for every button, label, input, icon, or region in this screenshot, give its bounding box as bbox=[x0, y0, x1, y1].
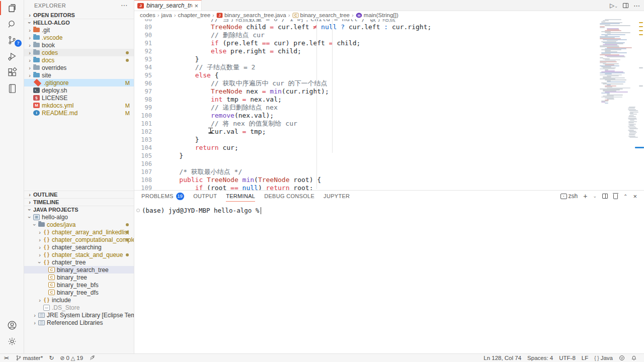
activity-account[interactable] bbox=[0, 317, 24, 333]
split-terminal-icon[interactable] bbox=[602, 194, 608, 199]
breadcrumb-codes[interactable]: codes bbox=[140, 12, 155, 18]
eol-item[interactable]: LF bbox=[579, 355, 591, 361]
minimap[interactable] bbox=[599, 19, 637, 190]
close-tab-icon[interactable]: × bbox=[194, 2, 198, 10]
code-line-104[interactable]: 104 return cur; bbox=[134, 144, 597, 152]
jp-item-chapter-searching[interactable]: ›{ }chapter_searching bbox=[24, 243, 134, 251]
feedback-item[interactable] bbox=[616, 355, 628, 361]
code-line-91[interactable]: 91 if (pre.left == cur) pre.left = child… bbox=[134, 39, 597, 47]
code-line-96[interactable]: 96 // 获取中序遍历中 cur 的下一个结点 bbox=[134, 79, 597, 87]
tree-item-deploy-sh[interactable]: ›_deploy.sh bbox=[24, 86, 134, 94]
activity-run-and-debug[interactable] bbox=[0, 48, 24, 64]
overview-ruler[interactable] bbox=[638, 19, 644, 190]
section-timeline[interactable]: ›TIMELINE bbox=[24, 198, 134, 206]
jp-item-hello-algo[interactable]: ›▦hello-algo bbox=[24, 213, 134, 221]
panel-tab-debug-console[interactable]: DEBUG CONSOLE bbox=[264, 191, 314, 202]
close-panel-icon[interactable]: × bbox=[633, 193, 637, 200]
code-line-99[interactable]: 99 // 递归删除结点 nex bbox=[134, 104, 597, 112]
tree-item-overrides[interactable]: ›overrides bbox=[24, 64, 134, 71]
language-mode-item[interactable]: { } Java bbox=[591, 355, 616, 361]
activity-settings[interactable] bbox=[0, 333, 24, 349]
encoding-item[interactable]: UTF-8 bbox=[556, 355, 579, 361]
section-outline[interactable]: ›OUTLINE bbox=[24, 191, 134, 198]
code-line-89[interactable]: 89 TreeNode child = cur.left ≠ null ? cu… bbox=[134, 23, 597, 31]
remote-indicator[interactable]: >< bbox=[0, 354, 13, 362]
terminal-prompt[interactable]: (base) jyd@JYD-MBP hello-algo % bbox=[142, 207, 261, 214]
activity-source-control[interactable]: 7 bbox=[0, 32, 24, 48]
activity-explorer[interactable] bbox=[0, 0, 24, 16]
activity-extensions[interactable] bbox=[0, 64, 24, 80]
breadcrumb-java[interactable]: java bbox=[162, 12, 172, 18]
new-terminal-icon[interactable]: + bbox=[583, 192, 587, 200]
workspace-root[interactable]: › HELLO-ALGO bbox=[24, 19, 134, 26]
tree-item-codes[interactable]: ›codes bbox=[24, 49, 134, 56]
jp-item-chapter-stack-and-queue[interactable]: ›{ }chapter_stack_and_queue bbox=[24, 251, 134, 258]
code-line-101[interactable]: 101 // 将 nex 的值复制给 cur bbox=[134, 120, 597, 128]
indentation-item[interactable]: Spaces: 4 bbox=[524, 355, 556, 361]
shell-selector[interactable]: › zsh bbox=[560, 193, 578, 200]
split-editor-icon[interactable] bbox=[623, 3, 628, 8]
breadcrumb-binary-search-tree-java[interactable]: Jbinary_search_tree.java bbox=[216, 12, 286, 18]
code-line-102[interactable]: 102 cur.val = tmp; bbox=[134, 128, 597, 136]
activity-search[interactable] bbox=[0, 16, 24, 32]
breadcrumb-main-string-[interactable]: mmain(String[]) bbox=[356, 12, 398, 18]
jp-item-jre-system-library-eclipse-temurin-17-17-[interactable]: ›◫JRE System Library [Eclipse Temurin 17… bbox=[24, 311, 134, 319]
code-line-97[interactable]: 97 TreeNode nex = min(cur.right); bbox=[134, 87, 597, 96]
code-line-107[interactable]: 107 /* 获取最小结点 */ bbox=[134, 168, 597, 176]
jp-item-binary-tree[interactable]: Cbinary_tree bbox=[24, 274, 134, 281]
code-line-94[interactable]: 94 // 子结点数量 = 2 bbox=[134, 63, 597, 71]
code-line-103[interactable]: 103 } bbox=[134, 136, 597, 144]
code-line-93[interactable]: 93 } bbox=[134, 55, 597, 63]
section-java-projects[interactable]: ›JAVA PROJECTS bbox=[24, 206, 134, 213]
git-branch-item[interactable]: master* bbox=[13, 354, 46, 362]
panel-tab-problems[interactable]: PROBLEMS19 bbox=[141, 191, 184, 202]
kill-terminal-icon[interactable] bbox=[613, 194, 618, 199]
code-line-106[interactable]: 106 bbox=[134, 160, 597, 168]
problems-item[interactable]: ⊘0 △19 bbox=[57, 354, 86, 362]
tree-item-docs[interactable]: ›docs bbox=[24, 56, 134, 64]
code-line-88[interactable]: 88 // 当子结点数量 = 0 / 1 时，child = null / 该子… bbox=[134, 19, 597, 23]
jp-item-chapter-computational-complexity[interactable]: ›{ }chapter_computational_complexity bbox=[24, 236, 134, 243]
tree-item-site[interactable]: ›site bbox=[24, 71, 134, 79]
code-line-90[interactable]: 90 // 删除结点 cur bbox=[134, 31, 597, 39]
tree-item--vscode[interactable]: ›.vscode bbox=[24, 34, 134, 41]
run-file-button[interactable]: ▷⌄ bbox=[610, 2, 618, 9]
jp-item--ds-store[interactable]: ▭.DS_Store bbox=[24, 304, 134, 311]
jp-item-chapter-tree[interactable]: ›{ }chapter_tree bbox=[24, 258, 134, 266]
code-editor[interactable]: 88 // 当子结点数量 = 0 / 1 时，child = null / 该子… bbox=[134, 19, 597, 190]
tree-item-mkdocs-yml[interactable]: Mmkdocs.ymlM bbox=[24, 102, 134, 109]
panel-tab-jupyter[interactable]: JUPYTER bbox=[324, 191, 350, 202]
maximize-panel-icon[interactable]: ⌃ bbox=[623, 194, 627, 199]
tab-binary-search-tree[interactable]: J binary_search_tree.java × bbox=[134, 0, 202, 11]
code-line-108[interactable]: 108 public TreeNode min(TreeNode root) { bbox=[134, 176, 597, 184]
jp-item-codes-java[interactable]: ›codes/java bbox=[24, 221, 134, 228]
editor-more-actions-icon[interactable]: ⋯ bbox=[633, 2, 640, 10]
more-actions-icon[interactable]: ⋯ bbox=[121, 0, 128, 11]
code-line-95[interactable]: 95 else { bbox=[134, 71, 597, 79]
tree-item-book[interactable]: ›book bbox=[24, 41, 134, 49]
jp-item-referenced-libraries[interactable]: ›◫Referenced Libraries bbox=[24, 319, 134, 326]
code-line-100[interactable]: 100 remove(nex.val); bbox=[134, 112, 597, 120]
sync-changes-item[interactable]: ↻ bbox=[46, 354, 57, 362]
code-line-98[interactable]: 98 int tmp = nex.val; bbox=[134, 96, 597, 104]
panel-tab-output[interactable]: OUTPUT bbox=[193, 191, 217, 202]
tree-item-readme-md[interactable]: iREADME.mdM bbox=[24, 109, 134, 117]
code-line-105[interactable]: 105 } bbox=[134, 152, 597, 160]
tree-item-license[interactable]: §LICENSE bbox=[24, 94, 134, 102]
terminal-dropdown-icon[interactable]: ⌄ bbox=[593, 194, 597, 199]
open-editors-section[interactable]: › OPEN EDITORS bbox=[24, 11, 134, 19]
jp-item-binary-search-tree[interactable]: Cbinary_search_tree bbox=[24, 266, 134, 274]
jp-item-chapter-array-and-linkedlist[interactable]: ›{ }chapter_array_and_linkedlist bbox=[24, 228, 134, 236]
code-line-92[interactable]: 92 else pre.right = child; bbox=[134, 47, 597, 55]
jp-item-binary-tree-dfs[interactable]: Cbinary_tree_dfs bbox=[24, 289, 134, 296]
notifications-item[interactable] bbox=[628, 355, 640, 361]
java-status-item[interactable] bbox=[86, 354, 98, 362]
breadcrumb-chapter-tree[interactable]: chapter_tree bbox=[178, 12, 210, 18]
tree-item--gitignore[interactable]: .gitignoreM bbox=[24, 79, 134, 86]
jp-item-binary-tree-bfs[interactable]: Cbinary_tree_bfs bbox=[24, 281, 134, 289]
breadcrumb-binary-search-tree[interactable]: Cbinary_search_tree bbox=[292, 12, 350, 18]
jp-item-include[interactable]: ›{ }include bbox=[24, 296, 134, 304]
code-line-109[interactable]: 109 if (root == null) return root; bbox=[134, 184, 597, 190]
cursor-position-item[interactable]: Ln 128, Col 74 bbox=[480, 355, 524, 361]
activity-notebook[interactable] bbox=[0, 80, 24, 97]
